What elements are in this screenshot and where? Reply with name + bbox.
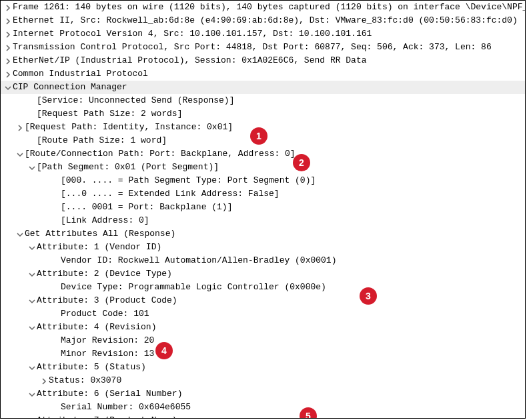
collapse-icon[interactable] [27, 362, 37, 373]
row-text: Common Industrial Protocol [13, 69, 148, 79]
tree-row[interactable]: [Request Path Size: 2 words] [1, 107, 525, 121]
row-text: Attribute: 3 (Product Code) [37, 295, 177, 306]
tree-row[interactable]: Get Attributes All (Response) [1, 227, 525, 241]
annotation-badge: 2 [293, 154, 310, 171]
row-text: Serial Number: 0x604e6055 [61, 402, 191, 413]
collapse-icon[interactable] [27, 295, 37, 306]
tree-row[interactable]: Serial Number: 0x604e6055 [1, 401, 525, 414]
collapse-icon[interactable] [27, 242, 37, 253]
expand-icon[interactable] [3, 69, 13, 79]
tree-row[interactable]: [Link Address: 0] [1, 214, 525, 227]
tree-row[interactable]: Attribute: 1 (Vendor ID) [1, 241, 525, 254]
row-text: Internet Protocol Version 4, Src: 10.100… [13, 29, 372, 39]
tree-row[interactable]: Attribute: 5 (Status) [1, 361, 525, 374]
tree-row[interactable]: EtherNet/IP (Industrial Protocol), Sessi… [1, 54, 525, 67]
expand-icon[interactable] [3, 42, 13, 53]
row-text: [Request Path Size: 2 words] [37, 109, 182, 119]
row-text: Major Revision: 20 [61, 335, 154, 346]
row-text: [...0 .... = Extended Link Address: Fals… [61, 189, 280, 199]
row-text: Status: 0x3070 [49, 375, 121, 386]
collapse-icon[interactable] [27, 162, 37, 173]
row-text: [Route Path Size: 1 word] [37, 135, 167, 146]
expand-icon[interactable] [15, 122, 25, 133]
row-text: [Link Address: 0] [61, 215, 149, 226]
tree-row[interactable]: Ethernet II, Src: Rockwell_ab:6d:8e (e4:… [1, 14, 525, 27]
row-text: Vendor ID: Rockwell Automation/Allen-Bra… [61, 255, 336, 266]
row-text: Get Attributes All (Response) [25, 229, 175, 239]
tree-row[interactable]: Frame 1261: 140 bytes on wire (1120 bits… [1, 1, 525, 14]
tree-row[interactable]: Internet Protocol Version 4, Src: 10.100… [1, 27, 525, 41]
tree-row[interactable]: [.... 0001 = Port: Backplane (1)] [1, 201, 525, 214]
tree-row[interactable]: Transmission Control Protocol, Src Port:… [1, 41, 525, 54]
annotation-badge: 1 [250, 127, 268, 145]
tree-row[interactable]: Attribute: 2 (Device Type) [1, 267, 525, 281]
row-text: [.... 0001 = Port: Backplane (1)] [61, 202, 232, 213]
row-text: [Request Path: Identity, Instance: 0x01] [25, 122, 233, 133]
collapse-icon[interactable] [27, 415, 37, 419]
tree-row[interactable]: [Service: Unconnected Send (Response)] [1, 94, 525, 107]
row-text: Attribute: 1 (Vendor ID) [37, 242, 161, 253]
row-text: Transmission Control Protocol, Src Port:… [13, 42, 492, 53]
annotation-badge: 4 [155, 342, 173, 359]
row-text: Attribute: 4 (Revision) [37, 322, 156, 333]
collapse-icon[interactable] [27, 322, 37, 333]
collapse-icon[interactable] [15, 149, 25, 159]
tree-row[interactable]: Attribute: 4 (Revision) [1, 321, 525, 334]
expand-icon[interactable] [3, 2, 13, 13]
collapse-icon[interactable] [3, 82, 13, 93]
packet-tree-panel: Frame 1261: 140 bytes on wire (1120 bits… [0, 0, 526, 419]
row-text: Device Type: Programmable Logic Controll… [61, 282, 326, 293]
collapse-icon[interactable] [15, 229, 25, 239]
row-text: Frame 1261: 140 bytes on wire (1120 bits… [13, 2, 526, 13]
row-text: EtherNet/IP (Industrial Protocol), Sessi… [13, 55, 367, 66]
expand-icon[interactable] [3, 55, 13, 66]
tree-row[interactable]: [Route/Connection Path: Port: Backplane,… [1, 147, 525, 161]
row-text: [Service: Unconnected Send (Response)] [37, 95, 234, 106]
tree-row[interactable]: [...0 .... = Extended Link Address: Fals… [1, 187, 525, 201]
row-text: Ethernet II, Src: Rockwell_ab:6d:8e (e4:… [13, 15, 518, 26]
tree-row[interactable]: Attribute: 7 (Product Name) [1, 414, 525, 419]
expand-icon[interactable] [3, 29, 13, 39]
collapse-icon[interactable] [27, 269, 37, 279]
row-text: Product Code: 101 [61, 309, 149, 319]
row-text: CIP Connection Manager [13, 82, 127, 93]
expand-icon[interactable] [39, 375, 49, 386]
row-text: Attribute: 6 (Serial Number) [37, 389, 182, 399]
row-text: Minor Revision: 13 [61, 349, 154, 359]
tree-row[interactable]: [000. .... = Path Segment Type: Port Seg… [1, 174, 525, 187]
collapse-icon[interactable] [27, 389, 37, 399]
tree-row[interactable]: Product Code: 101 [1, 307, 525, 321]
tree-row[interactable]: Device Type: Programmable Logic Controll… [1, 281, 525, 294]
expand-icon[interactable] [3, 15, 13, 26]
tree-row[interactable]: Vendor ID: Rockwell Automation/Allen-Bra… [1, 254, 525, 267]
row-text: Attribute: 7 (Product Name) [37, 415, 177, 419]
annotation-badge: 3 [360, 287, 377, 305]
tree-row[interactable]: Major Revision: 20 [1, 334, 525, 347]
row-text: [Path Segment: 0x01 (Port Segment)] [37, 162, 219, 173]
tree-row[interactable]: Attribute: 6 (Serial Number) [1, 387, 525, 401]
row-text: Attribute: 2 (Device Type) [37, 269, 172, 279]
tree-row[interactable]: Minor Revision: 13 [1, 347, 525, 361]
tree-row[interactable]: CIP Connection Manager [1, 81, 525, 94]
tree-row[interactable]: Status: 0x3070 [1, 374, 525, 387]
tree-row[interactable]: Common Industrial Protocol [1, 67, 525, 81]
tree-row[interactable]: [Path Segment: 0x01 (Port Segment)] [1, 161, 525, 174]
row-text: Attribute: 5 (Status) [37, 362, 146, 373]
tree-row[interactable]: Attribute: 3 (Product Code) [1, 294, 525, 307]
row-text: [000. .... = Path Segment Type: Port Seg… [61, 175, 316, 186]
row-text: [Route/Connection Path: Port: Backplane,… [25, 149, 296, 159]
